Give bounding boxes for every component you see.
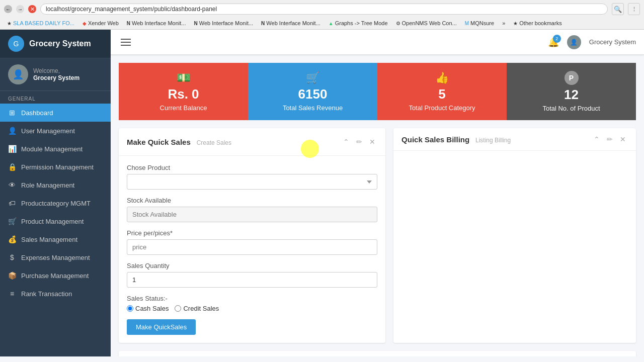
price-input[interactable] bbox=[127, 239, 377, 255]
rank-transaction-icon: ≡ bbox=[8, 290, 16, 298]
stat-card-revenue: 🛒 6150 Total Sales Revenue bbox=[248, 63, 377, 120]
card-expand-button[interactable]: ⌃ bbox=[341, 134, 351, 149]
billing-close-button[interactable]: ✕ bbox=[618, 134, 628, 144]
search-button[interactable]: 🔍 bbox=[612, 3, 624, 15]
quick-sales-header: Make Quick Sales Create Sales ⌃ ✏ ✕ bbox=[119, 128, 385, 156]
bookmark-label-4: Web Interface Monit... bbox=[199, 20, 253, 26]
product-management-icon: 🛒 bbox=[8, 217, 16, 225]
credit-sales-radio[interactable] bbox=[175, 305, 181, 312]
bookmark-1[interactable]: ★ SLA BASED DAILY FO... bbox=[4, 19, 77, 27]
chose-product-select[interactable] bbox=[127, 174, 377, 190]
role-management-icon: 👁 bbox=[8, 181, 16, 189]
products-value: 12 bbox=[564, 87, 579, 103]
sidebar-item-label-productcat: Productcategory MGMT bbox=[21, 200, 91, 207]
quick-sales-card: Make Quick Sales Create Sales ⌃ ✏ ✕ bbox=[119, 128, 385, 343]
nav-user-avatar: 👤 bbox=[567, 35, 581, 49]
top-navbar: 🔔 2 👤 Grocery System bbox=[111, 30, 644, 55]
sidebar-item-module-management[interactable]: 📊 Module Management bbox=[0, 140, 111, 158]
reload-button[interactable]: ✕ bbox=[28, 5, 36, 13]
sales-management-icon: 💰 bbox=[8, 235, 16, 243]
cards-row: Make Quick Sales Create Sales ⌃ ✏ ✕ bbox=[119, 128, 636, 343]
credit-sales-text: Credit Sales bbox=[183, 305, 219, 312]
cash-sales-radio-label[interactable]: Cash Sales bbox=[127, 305, 169, 312]
bookmark-icon-2: ◆ bbox=[83, 21, 87, 26]
sidebar-item-role-management[interactable]: 👁 Role Management bbox=[0, 176, 111, 194]
bookmark-3[interactable]: N Web Interface Monit... bbox=[124, 19, 189, 27]
sales-status-group: Sales Status:- Cash Sales Credit Sales bbox=[127, 295, 377, 312]
module-management-icon: 📊 bbox=[8, 145, 16, 153]
stat-card-category: 👍 5 Total Product Category bbox=[377, 63, 507, 120]
hamburger-line bbox=[121, 39, 131, 40]
sidebar-item-label-user: User Management bbox=[21, 127, 75, 135]
sidebar-item-label-sales: Sales Management bbox=[21, 236, 77, 243]
sidebar-item-rank-transaction[interactable]: ≡ Rank Transaction bbox=[0, 285, 111, 303]
card-edit-button[interactable]: ✏ bbox=[354, 134, 364, 149]
main-content: 🔔 2 👤 Grocery System 💵 Rs. 0 Current Bal… bbox=[111, 30, 644, 356]
sidebar-item-dashboard[interactable]: ⊞ Dashboard bbox=[0, 104, 111, 122]
credit-sales-radio-label[interactable]: Credit Sales bbox=[175, 305, 219, 312]
sales-quantity-input[interactable] bbox=[127, 272, 377, 288]
billing-edit-button[interactable]: ✏ bbox=[605, 134, 615, 144]
make-quicksales-button[interactable]: Make QuickSales bbox=[127, 319, 196, 335]
billing-subtitle: Listing Billing bbox=[475, 137, 511, 144]
bookmarks-bar: ★ SLA BASED DAILY FO... ◆ Xender Web N W… bbox=[0, 18, 644, 29]
url-bar[interactable]: localhost/grocery_management_system/publ… bbox=[40, 4, 608, 15]
billing-title: Quick Sales Billing bbox=[401, 135, 469, 144]
hamburger-button[interactable] bbox=[119, 35, 133, 50]
bookmark-label-1: SLA BASED DAILY FO... bbox=[13, 20, 74, 26]
bookmark-4[interactable]: N Web Interface Monit... bbox=[191, 19, 256, 27]
navbar-right: 🔔 2 👤 Grocery System bbox=[548, 35, 636, 49]
purchase-management-icon: 📦 bbox=[8, 272, 16, 280]
cash-sales-radio[interactable] bbox=[127, 305, 133, 312]
bookmark-7[interactable]: ⚙ OpenNMS Web Con... bbox=[393, 19, 460, 27]
notification-button[interactable]: 🔔 2 bbox=[548, 37, 559, 48]
sales-quantity-group: Sales Quantity bbox=[127, 262, 377, 288]
menu-button[interactable]: ⋮ bbox=[628, 3, 640, 15]
expenses-management-icon: $ bbox=[8, 253, 16, 261]
sales-quantity-label: Sales Quantity bbox=[127, 262, 377, 269]
calendar-header: Calendar Events Sessions ⌃ ✏ ✕ bbox=[119, 351, 636, 356]
revenue-icon: 🛒 bbox=[306, 71, 319, 84]
user-management-icon: 👤 bbox=[8, 127, 16, 135]
sidebar-item-label-expenses: Expenses Management bbox=[21, 254, 90, 261]
billing-expand-button[interactable]: ⌃ bbox=[592, 134, 602, 144]
sidebar-item-purchase-management[interactable]: 📦 Purchase Management bbox=[0, 266, 111, 285]
back-button[interactable]: ← bbox=[4, 5, 12, 13]
stock-available-input bbox=[127, 207, 377, 222]
bookmark-2[interactable]: ◆ Xender Web bbox=[79, 19, 122, 27]
price-group: Price per/pices* bbox=[127, 229, 377, 255]
browser-toolbar: ← → ✕ localhost/grocery_management_syste… bbox=[0, 0, 644, 18]
sidebar-item-user-management[interactable]: 👤 User Management bbox=[0, 122, 111, 140]
bookmark-5[interactable]: N Web Interface Monit... bbox=[258, 19, 324, 27]
sidebar-username: Grocery System bbox=[33, 74, 79, 81]
sidebar-item-sales-management[interactable]: 💰 Sales Management bbox=[0, 230, 111, 248]
bookmark-icon-4: N bbox=[194, 21, 197, 26]
sidebar-title: Grocery System bbox=[29, 39, 91, 48]
sidebar-item-label-dashboard: Dashboard bbox=[21, 109, 53, 117]
sidebar-item-expenses-management[interactable]: $ Expenses Management bbox=[0, 248, 111, 266]
bookmark-6[interactable]: ▲ Graphs -> Tree Mode bbox=[326, 19, 391, 27]
stock-available-label: Stock Available bbox=[127, 197, 377, 204]
bookmark-other[interactable]: ★ Other bookmarks bbox=[510, 19, 565, 27]
sidebar-item-productcategory[interactable]: 🏷 Productcategory MGMT bbox=[0, 194, 111, 212]
stat-card-products: P 12 Total No. of Product bbox=[507, 63, 636, 120]
card-close-button[interactable]: ✕ bbox=[367, 134, 377, 149]
quick-sales-title: Make Quick Sales bbox=[127, 138, 191, 146]
sidebar-user-info: Welcome, Grocery System bbox=[33, 67, 79, 81]
quick-sales-billing-card: Quick Sales Billing Listing Billing ⌃ ✏ … bbox=[393, 128, 636, 343]
sidebar-header: G Grocery System bbox=[0, 30, 111, 58]
navbar-left bbox=[119, 35, 133, 50]
bookmark-more[interactable]: » bbox=[499, 19, 508, 27]
sidebar-item-label-rank: Rank Transaction bbox=[21, 290, 72, 298]
chose-product-group: Chose Product bbox=[127, 164, 377, 190]
sidebar: G Grocery System 👤 Welcome, Grocery Syst… bbox=[0, 30, 111, 356]
billing-title-group: Quick Sales Billing Listing Billing bbox=[401, 135, 511, 144]
forward-button[interactable]: → bbox=[16, 5, 24, 13]
sidebar-item-product-management[interactable]: 🛒 Product Management bbox=[0, 212, 111, 230]
bookmark-label-3: Web Interface Monit... bbox=[132, 20, 186, 26]
app-container: G Grocery System 👤 Welcome, Grocery Syst… bbox=[0, 30, 644, 356]
bookmark-label-5: Web Interface Monit... bbox=[266, 20, 320, 26]
nav-username: Grocery System bbox=[589, 38, 636, 46]
bookmark-8[interactable]: M MQNsure bbox=[462, 19, 497, 27]
sidebar-item-permission-management[interactable]: 🔒 Permission Management bbox=[0, 158, 111, 176]
